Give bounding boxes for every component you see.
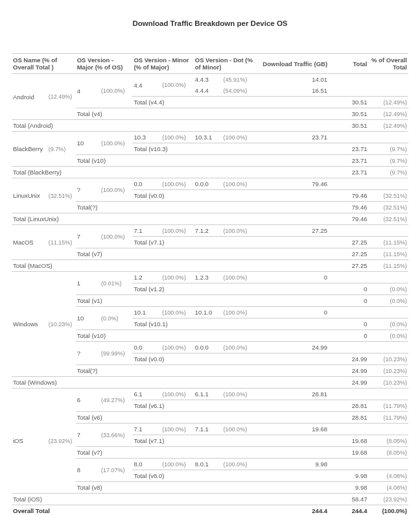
minor-pct: (100.0%) bbox=[161, 74, 193, 97]
minor-total-label: Total (v10.3) bbox=[132, 143, 193, 155]
major-v: 1 bbox=[76, 272, 100, 295]
os-total-pct: (12.49%) bbox=[369, 120, 408, 132]
th-pct-overall: % of Overall Total bbox=[369, 54, 408, 74]
major-total-pct: (11.15%) bbox=[369, 248, 408, 260]
major-pct: (100.0%) bbox=[100, 225, 132, 248]
major-total-val: 27.25 bbox=[329, 248, 368, 260]
major-total-label: Total(?) bbox=[76, 202, 133, 213]
os-total-val: 58.47 bbox=[329, 494, 368, 505]
dot-v: 1.2.3 bbox=[194, 272, 222, 283]
th-minor: OS Version - Minor (% of Major) bbox=[132, 54, 193, 74]
major-pct: (0.01%) bbox=[100, 272, 132, 295]
major-v: 8 bbox=[76, 459, 100, 482]
major-v: ? bbox=[76, 342, 100, 365]
minor-pct: (100.0%) bbox=[161, 132, 193, 143]
overall-label: Overall Total bbox=[12, 505, 76, 516]
os-total-pct: (32.51%) bbox=[369, 213, 408, 225]
th-os-name: OS Name (% of Overall Total ) bbox=[12, 54, 76, 74]
major-total-val: 30.51 bbox=[329, 108, 368, 120]
os-total-pct: (10.23%) bbox=[369, 377, 408, 389]
major-total-label: Total(?) bbox=[76, 365, 133, 377]
os-total-label: Total (MacOS) bbox=[12, 260, 76, 272]
os-total-val: 24.99 bbox=[329, 377, 368, 389]
minor-pct: (100.0%) bbox=[161, 459, 193, 470]
os-total-val: 79.46 bbox=[329, 213, 368, 225]
os-name: Windows bbox=[12, 272, 47, 377]
major-total-label: Total (v7) bbox=[76, 248, 133, 260]
minor-total-label: Total (v7.1) bbox=[132, 237, 193, 248]
minor-total-val: 19.68 bbox=[329, 435, 368, 447]
dot-pct: (100.0%) bbox=[222, 342, 258, 353]
major-total-pct: (0.0%) bbox=[369, 330, 408, 342]
dot-v: 4.4.3 bbox=[194, 74, 222, 86]
minor-pct: (100.0%) bbox=[161, 424, 193, 435]
os-name: LinuxUnix bbox=[12, 178, 47, 213]
os-total-label: Total (LinuxUnix) bbox=[12, 213, 76, 225]
os-total-val: 27.25 bbox=[329, 260, 368, 272]
th-traffic: Download Traffic (GB) bbox=[257, 54, 329, 74]
minor-v: 7.1 bbox=[132, 424, 161, 435]
header-row: OS Name (% of Overall Total ) OS Version… bbox=[12, 54, 408, 74]
major-pct: (0.0%) bbox=[100, 307, 132, 330]
major-pct: (100.0%) bbox=[100, 132, 132, 155]
major-total-label: Total (v8) bbox=[76, 482, 133, 494]
minor-v: 4.4 bbox=[132, 74, 161, 97]
minor-total-label: Total (v8.0) bbox=[132, 470, 193, 482]
dot-v: 10.3.1 bbox=[194, 132, 222, 143]
major-total-label: Total (v4) bbox=[76, 108, 133, 120]
dot-pct: (100.0%) bbox=[222, 178, 258, 190]
dot-pct: (100.0%) bbox=[222, 307, 258, 318]
os-name: MacOS bbox=[12, 225, 47, 260]
minor-total-label: Total (v1.2) bbox=[132, 283, 193, 295]
minor-v: 7.1 bbox=[132, 225, 161, 237]
minor-total-pct: (12.49%) bbox=[369, 97, 408, 108]
minor-pct: (100.0%) bbox=[161, 307, 193, 318]
minor-v: 8.0 bbox=[132, 459, 161, 470]
minor-total-pct: (0.0%) bbox=[369, 318, 408, 330]
minor-total-pct: (32.51%) bbox=[369, 190, 408, 202]
minor-pct: (100.0%) bbox=[161, 342, 193, 353]
os-total-pct: (23.92%) bbox=[369, 494, 408, 505]
dot-v: 10.1.0 bbox=[194, 307, 222, 318]
major-pct: (100.0%) bbox=[100, 74, 132, 108]
os-pct: (23.92%) bbox=[47, 389, 76, 494]
minor-total-val: 9.98 bbox=[329, 470, 368, 482]
minor-total-label: Total (v0.0) bbox=[132, 353, 193, 365]
dot-v: 0.0.0 bbox=[194, 342, 222, 353]
major-total-val: 79.46 bbox=[329, 202, 368, 213]
major-total-pct: (12.49%) bbox=[369, 108, 408, 120]
major-v: 7 bbox=[76, 225, 100, 248]
os-name: iOS bbox=[12, 389, 47, 494]
breakdown-table: OS Name (% of Overall Total ) OS Version… bbox=[12, 53, 408, 515]
major-total-label: Total (v7) bbox=[76, 447, 133, 459]
minor-total-val: 23.71 bbox=[329, 143, 368, 155]
major-v: 7 bbox=[76, 424, 100, 447]
th-total: Total bbox=[329, 54, 368, 74]
dot-v: 7.1.2 bbox=[194, 225, 222, 237]
minor-pct: (100.0%) bbox=[161, 272, 193, 283]
os-name: Android bbox=[12, 74, 47, 120]
minor-v: 1.2 bbox=[132, 272, 161, 283]
traffic: 0 bbox=[257, 272, 329, 283]
traffic: 79.46 bbox=[257, 178, 329, 190]
page-title: Download Traffic Breakdown per Device OS bbox=[12, 19, 408, 27]
os-pct: (32.51%) bbox=[47, 178, 76, 213]
minor-total-label: Total (v0.0) bbox=[132, 190, 193, 202]
major-pct: (17.07%) bbox=[100, 459, 132, 482]
major-total-pct: (4.08%) bbox=[369, 482, 408, 494]
traffic: 14.01 bbox=[257, 74, 329, 86]
os-pct: (9.7%) bbox=[47, 132, 76, 167]
major-v: ? bbox=[76, 178, 100, 202]
minor-pct: (100.0%) bbox=[161, 389, 193, 400]
overall-traffic: 244.4 bbox=[257, 505, 329, 516]
traffic: 0 bbox=[257, 307, 329, 318]
th-dot: OS Version - Dot (% of Minor) bbox=[194, 54, 258, 74]
minor-total-pct: (8.05%) bbox=[369, 435, 408, 447]
major-pct: (100.0%) bbox=[100, 178, 132, 202]
os-total-pct: (11.15%) bbox=[369, 260, 408, 272]
major-total-pct: (10.23%) bbox=[369, 365, 408, 377]
overall-pct: (100.0%) bbox=[369, 505, 408, 516]
minor-total-val: 0 bbox=[329, 318, 368, 330]
minor-total-pct: (10.23%) bbox=[369, 353, 408, 365]
minor-total-val: 24.99 bbox=[329, 353, 368, 365]
